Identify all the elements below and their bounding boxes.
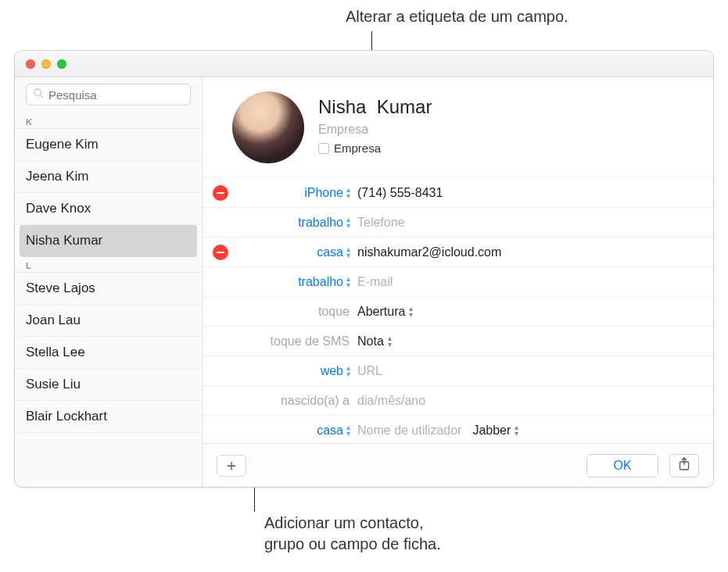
titlebar xyxy=(15,51,713,77)
field-label-static: toque de SMS xyxy=(238,334,357,349)
chevron-updown-icon: ▴▾ xyxy=(346,276,350,288)
share-button[interactable] xyxy=(669,454,699,477)
chevron-updown-icon: ▴▾ xyxy=(346,246,350,259)
list-item[interactable]: Jeena Kim xyxy=(15,161,202,193)
phone-value[interactable]: (714) 555-8431 xyxy=(357,186,699,200)
field-label-dropdown[interactable]: trabalho ▴▾ xyxy=(238,275,357,289)
field-label-dropdown[interactable]: casa ▴▾ xyxy=(238,245,357,259)
field-phone: iPhone ▴▾ (714) 555-8431 xyxy=(203,178,713,208)
first-name: Nisha xyxy=(318,96,366,117)
search-input[interactable] xyxy=(48,88,184,102)
sms-tone-select[interactable]: Nota ▴▾ xyxy=(357,334,699,349)
field-label-text: web xyxy=(321,364,343,378)
list-item[interactable]: Susie Liu xyxy=(15,369,202,401)
section-header-k: K xyxy=(15,113,202,129)
svg-point-0 xyxy=(34,89,41,96)
company-field[interactable]: Empresa xyxy=(318,123,432,137)
field-email-home: casa ▴▾ nishakumar2@icloud.com xyxy=(203,238,713,267)
field-sms-tone: toque de SMS Nota ▴▾ xyxy=(203,327,713,356)
field-label-dropdown[interactable]: iPhone ▴▾ xyxy=(238,186,357,200)
callout-bottom-line1: Adicionar um contacto, xyxy=(264,514,423,531)
field-label-text: toque de SMS xyxy=(271,334,350,349)
field-label-text: iPhone xyxy=(304,186,343,200)
field-birthday: nascido(a) a dia/mês/ano xyxy=(203,386,713,416)
last-name: Kumar xyxy=(377,96,432,117)
field-im: casa ▴▾ Nome de utilizador Jabber ▴▾ xyxy=(203,416,713,445)
ringtone-value: Abertura xyxy=(357,305,405,319)
im-username[interactable]: Nome de utilizador xyxy=(357,424,461,438)
list-item[interactable]: Joan Lau xyxy=(15,305,202,337)
company-checkbox-row[interactable]: Empresa xyxy=(318,141,432,155)
chevron-updown-icon: ▴▾ xyxy=(346,187,350,199)
company-checkbox-label: Empresa xyxy=(334,141,381,155)
chevron-updown-icon: ▴▾ xyxy=(409,306,412,318)
field-phone-work: trabalho ▴▾ Telefone xyxy=(203,208,713,238)
sms-tone-value: Nota xyxy=(357,334,384,349)
svg-line-1 xyxy=(41,95,44,98)
remove-button[interactable] xyxy=(213,185,228,201)
field-label-dropdown[interactable]: web ▴▾ xyxy=(238,364,357,378)
chevron-updown-icon: ▴▾ xyxy=(346,216,350,229)
im-row: Nome de utilizador Jabber ▴▾ xyxy=(357,424,699,438)
list-item-selected[interactable]: Nisha Kumar xyxy=(20,225,197,257)
list-item[interactable]: Dave Knox xyxy=(15,193,202,225)
add-button[interactable]: ＋ xyxy=(217,455,246,477)
field-email-work: trabalho ▴▾ E-mail xyxy=(203,267,713,297)
im-service-value: Jabber xyxy=(472,424,511,438)
search-icon xyxy=(33,88,44,102)
share-icon xyxy=(678,457,690,474)
ringtone-select[interactable]: Abertura ▴▾ xyxy=(357,305,699,319)
chevron-updown-icon: ▴▾ xyxy=(346,365,350,377)
field-label-text: toque xyxy=(318,305,350,319)
footer-toolbar: ＋ OK xyxy=(203,443,713,487)
search-field[interactable] xyxy=(26,84,191,105)
window-close-button[interactable] xyxy=(26,59,35,69)
contacts-list: K Eugene Kim Jeena Kim Dave Knox Nisha K… xyxy=(15,113,202,487)
field-label-dropdown[interactable]: trabalho ▴▾ xyxy=(238,216,357,230)
callout-top-text: Alterar a etiqueta de um campo. xyxy=(346,8,568,26)
field-label-static: nascido(a) a xyxy=(238,394,357,408)
birthday-value[interactable]: dia/mês/ano xyxy=(357,394,699,408)
chevron-updown-icon: ▴▾ xyxy=(346,424,350,437)
contact-name[interactable]: Nisha Kumar xyxy=(318,91,432,118)
window-maximize-button[interactable] xyxy=(57,59,66,69)
email-work-value[interactable]: E-mail xyxy=(357,275,699,289)
web-value[interactable]: URL xyxy=(357,364,699,378)
chevron-updown-icon: ▴▾ xyxy=(515,424,518,437)
avatar[interactable] xyxy=(232,91,304,163)
section-header-l: L xyxy=(15,257,202,273)
company-checkbox[interactable] xyxy=(318,143,329,154)
field-label-text: trabalho xyxy=(298,216,343,230)
phone-work-value[interactable]: Telefone xyxy=(357,216,699,230)
list-item[interactable]: Eugene Kim xyxy=(15,129,202,161)
field-label-dropdown[interactable]: casa ▴▾ xyxy=(238,424,357,438)
field-label-text: casa xyxy=(317,245,343,259)
callout-bottom-text: Adicionar um contacto, grupo ou campo de… xyxy=(264,513,441,555)
list-item[interactable]: Stella Lee xyxy=(15,337,202,369)
fields-list: iPhone ▴▾ (714) 555-8431 trabalho ▴▾ Tel… xyxy=(203,177,713,445)
sidebar: K Eugene Kim Jeena Kim Dave Knox Nisha K… xyxy=(15,77,203,487)
field-ringtone: toque Abertura ▴▾ xyxy=(203,297,713,327)
chevron-updown-icon: ▴▾ xyxy=(388,335,391,348)
remove-button[interactable] xyxy=(213,245,228,260)
field-label-static: toque xyxy=(238,305,357,319)
contact-header: Nisha Kumar Empresa Empresa xyxy=(203,77,713,170)
ok-button[interactable]: OK xyxy=(586,454,658,477)
callout-bottom-line2: grupo ou campo de ficha. xyxy=(264,535,441,552)
list-item[interactable]: Steve Lajos xyxy=(15,273,202,305)
contacts-window: K Eugene Kim Jeena Kim Dave Knox Nisha K… xyxy=(14,50,714,488)
field-web: web ▴▾ URL xyxy=(203,356,713,386)
list-item[interactable]: Blair Lockhart xyxy=(15,401,202,433)
field-label-text: casa xyxy=(317,424,343,438)
im-service-select[interactable]: Jabber ▴▾ xyxy=(472,424,518,438)
detail-pane: Nisha Kumar Empresa Empresa xyxy=(203,77,713,487)
email-value[interactable]: nishakumar2@icloud.com xyxy=(357,245,699,259)
window-minimize-button[interactable] xyxy=(41,59,51,69)
plus-icon: ＋ xyxy=(224,455,239,476)
field-label-text: nascido(a) a xyxy=(281,394,350,408)
field-label-text: trabalho xyxy=(298,275,343,289)
